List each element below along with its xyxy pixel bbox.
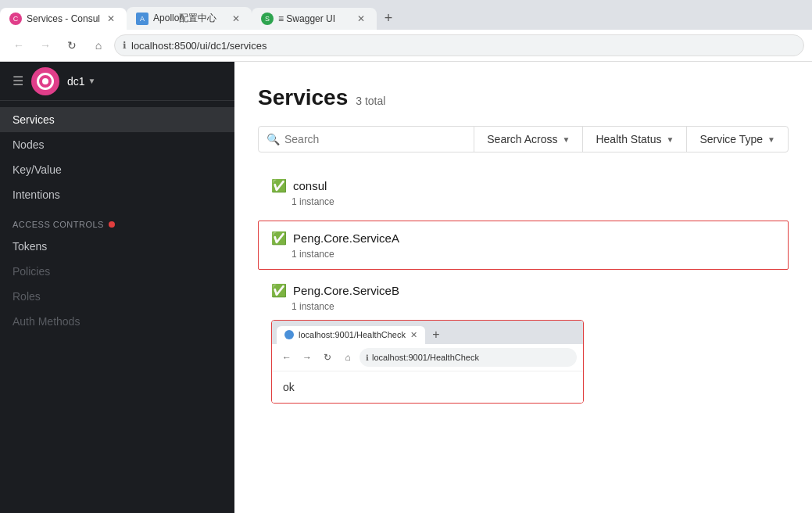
nested-content-text: ok (283, 381, 295, 393)
app-container: ☰ dc1 ▼ Services Nodes Key/Value Intenti… (0, 62, 812, 513)
address-text: localhost:8500/ui/dc1/services (131, 40, 266, 52)
service-name-serviceA: ✅ Peng.Core.ServiceA (271, 231, 775, 246)
search-across-label: Search Across (487, 133, 557, 145)
sidebar-item-policies[interactable]: Policies (0, 259, 234, 284)
nested-tab-label: localhost:9001/HealthCheck (299, 330, 406, 339)
service-type-button[interactable]: Service Type ▼ (687, 127, 788, 152)
browser-tab-bar: C Services - Consul ✕ A Apollo配置中心 ✕ S ≡… (0, 0, 812, 30)
sidebar-item-services-label: Services (13, 113, 55, 126)
filter-bar: 🔍 Search Across ▼ Health Status ▼ Servic… (258, 126, 789, 152)
sidebar-nav: Services Nodes Key/Value Intentions ACCE… (0, 101, 234, 513)
sidebar-item-roles[interactable]: Roles (0, 284, 234, 309)
back-button[interactable]: ← (8, 34, 30, 56)
sidebar-item-tokens-label: Tokens (13, 240, 47, 253)
sidebar-header: ☰ dc1 ▼ (0, 62, 234, 101)
browser-tab-apollo[interactable]: A Apollo配置中心 ✕ (127, 7, 252, 30)
service-count-serviceA: 1 instance (292, 249, 775, 260)
consul-logo-inner (37, 73, 54, 90)
nested-address-text: localhost:9001/HealthCheck (372, 353, 479, 362)
tab-label-swagger: ≡ Swagger UI (278, 13, 335, 24)
page-subtitle: 3 total (356, 95, 385, 107)
tab-favicon-swagger: S (261, 13, 274, 25)
sidebar-item-nodes[interactable]: Nodes (0, 132, 234, 157)
health-check-icon-consul: ✅ (271, 178, 287, 193)
nested-forward-button[interactable]: → (299, 349, 316, 366)
access-controls-label: ACCESS CONTROLS (0, 207, 234, 234)
nested-tab-healthcheck[interactable]: localhost:9001/HealthCheck ✕ (277, 326, 425, 344)
nested-reload-button[interactable]: ↻ (319, 349, 336, 366)
service-name-consul: ✅ consul (271, 178, 775, 193)
tab-favicon-consul: C (9, 13, 22, 25)
browser-tab-consul[interactable]: C Services - Consul ✕ (0, 8, 127, 30)
nested-tab-bar: localhost:9001/HealthCheck ✕ + (272, 321, 583, 344)
tab-close-apollo[interactable]: ✕ (230, 13, 242, 25)
tab-label-consul: Services - Consul (27, 13, 100, 24)
nested-back-button[interactable]: ← (278, 349, 295, 366)
tab-favicon-apollo: A (136, 13, 148, 25)
home-button[interactable]: ⌂ (88, 34, 109, 56)
access-controls-text: ACCESS CONTROLS (13, 220, 104, 229)
dc-label: dc1 (67, 75, 85, 88)
sidebar-item-nodes-label: Nodes (13, 138, 44, 151)
service-name-serviceB: ✅ Peng.Core.ServiceB (271, 283, 775, 298)
search-across-button[interactable]: Search Across ▼ (474, 127, 583, 152)
consul-logo (31, 67, 59, 95)
sidebar: ☰ dc1 ▼ Services Nodes Key/Value Intenti… (0, 62, 234, 513)
dc-selector[interactable]: dc1 ▼ (67, 75, 95, 88)
nested-home-button[interactable]: ⌂ (339, 349, 356, 366)
sidebar-item-policies-label: Policies (13, 265, 50, 278)
reload-button[interactable]: ↻ (61, 34, 83, 56)
nested-lock-icon: ℹ (366, 353, 369, 362)
page-title: Services (258, 85, 348, 110)
sidebar-item-keyvalue-label: Key/Value (13, 163, 62, 176)
health-status-button[interactable]: Health Status ▼ (583, 127, 687, 152)
service-count-serviceB: 1 instance (292, 301, 775, 312)
service-type-label: Service Type (699, 133, 763, 145)
main-content: Services 3 total 🔍 Search Across ▼ Healt… (234, 62, 812, 513)
browser-tab-swagger[interactable]: S ≡ Swagger UI ✕ (252, 8, 377, 30)
nested-tab-close-icon[interactable]: ✕ (410, 330, 417, 340)
service-name-text-consul: consul (293, 179, 327, 192)
lock-icon: ℹ (123, 40, 127, 51)
nested-address-bar[interactable]: ℹ localhost:9001/HealthCheck (359, 348, 577, 367)
service-item-serviceA[interactable]: ✅ Peng.Core.ServiceA 1 instance (258, 221, 789, 270)
sidebar-item-roles-label: Roles (13, 290, 41, 303)
sidebar-item-intentions-label: Intentions (13, 188, 60, 201)
sidebar-item-auth-methods-label: Auth Methods (13, 315, 80, 328)
browser-toolbar: ← → ↻ ⌂ ℹ localhost:8500/ui/dc1/services (0, 30, 812, 62)
search-input-wrap: 🔍 (259, 127, 474, 152)
nested-new-tab-button[interactable]: + (427, 325, 445, 344)
sidebar-item-tokens[interactable]: Tokens (0, 234, 234, 259)
health-status-chevron-icon: ▼ (667, 135, 674, 144)
sidebar-item-services[interactable]: Services (0, 107, 234, 132)
tab-label-apollo: Apollo配置中心 (153, 12, 216, 25)
search-input[interactable] (284, 127, 466, 152)
page-title-row: Services 3 total (258, 85, 789, 110)
access-controls-dot (109, 221, 115, 228)
search-icon: 🔍 (266, 133, 280, 145)
sidebar-item-intentions[interactable]: Intentions (0, 182, 234, 207)
health-check-icon-serviceA: ✅ (271, 231, 287, 246)
new-tab-button[interactable]: + (377, 6, 400, 30)
dc-chevron-icon: ▼ (88, 77, 96, 85)
nested-browser-content: ok (272, 371, 583, 403)
sidebar-item-auth-methods[interactable]: Auth Methods (0, 309, 234, 334)
sidebar-item-keyvalue[interactable]: Key/Value (0, 157, 234, 182)
hamburger-icon[interactable]: ☰ (13, 74, 23, 88)
service-name-text-serviceA: Peng.Core.ServiceA (293, 231, 399, 245)
service-item-serviceB[interactable]: ✅ Peng.Core.ServiceB 1 instance localhos… (258, 273, 789, 414)
nested-toolbar: ← → ↻ ⌂ ℹ localhost:9001/HealthCheck (272, 344, 583, 371)
service-item-consul[interactable]: ✅ consul 1 instance (258, 168, 789, 217)
health-check-icon-serviceB: ✅ (271, 283, 287, 298)
tab-close-consul[interactable]: ✕ (105, 13, 117, 25)
service-name-text-serviceB: Peng.Core.ServiceB (293, 284, 399, 297)
nested-tab-favicon (284, 330, 294, 339)
nested-browser: localhost:9001/HealthCheck ✕ + ← → ↻ ⌂ ℹ… (271, 320, 584, 404)
browser-chrome: C Services - Consul ✕ A Apollo配置中心 ✕ S ≡… (0, 0, 812, 62)
health-status-label: Health Status (596, 133, 661, 145)
forward-button[interactable]: → (34, 34, 56, 56)
service-type-chevron-icon: ▼ (767, 135, 775, 144)
address-bar[interactable]: ℹ localhost:8500/ui/dc1/services (114, 34, 804, 56)
search-across-chevron-icon: ▼ (563, 135, 571, 144)
tab-close-swagger[interactable]: ✕ (355, 13, 367, 25)
